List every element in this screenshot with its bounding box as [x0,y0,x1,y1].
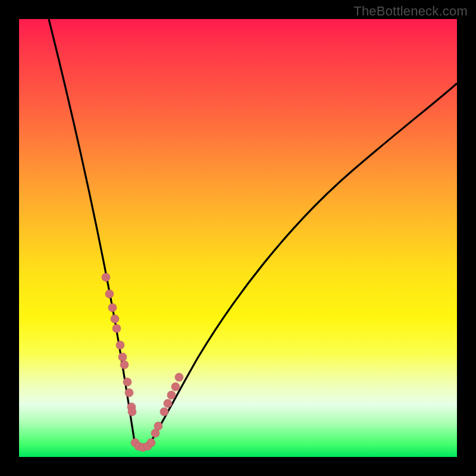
data-point [171,383,180,391]
data-point [111,315,119,323]
plot-area [19,19,457,457]
data-point [102,273,110,281]
data-point [154,422,162,430]
data-point [105,290,114,298]
data-point [125,389,133,397]
marker-group [102,273,183,452]
data-point [112,324,121,333]
data-point [160,408,168,416]
data-point [123,378,131,386]
data-point [120,361,129,369]
data-point [116,341,124,349]
data-point [118,353,127,361]
data-point [128,408,136,416]
watermark-label: TheBottleneck.com [353,4,468,19]
data-point [175,373,183,381]
data-point [108,303,117,312]
curve-svg [19,19,457,457]
bottleneck-curve [49,19,457,447]
chart-frame: TheBottleneck.com [0,0,476,476]
data-point [164,399,172,408]
data-point [167,391,176,399]
data-point [147,439,155,447]
